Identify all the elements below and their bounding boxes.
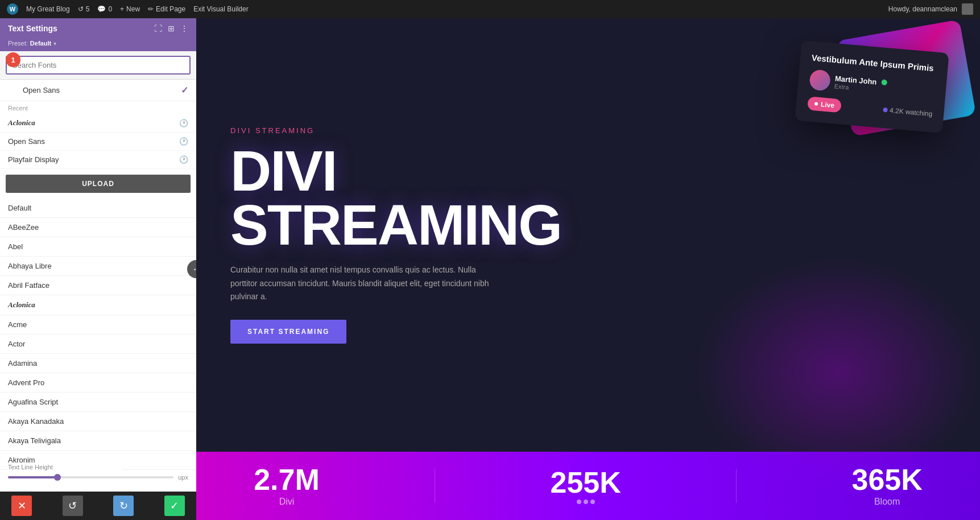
search-fonts-input[interactable] [6, 56, 191, 75]
hero-eyebrow: DIVI STREAMING [230, 126, 561, 135]
upload-font-button[interactable]: UPLOAD [6, 175, 191, 193]
stat-label-3: Bloom [851, 497, 922, 507]
stat-dots [550, 500, 621, 504]
card-title: Vestibulum Ante Ipsum Primis [811, 53, 937, 73]
font-item-default[interactable]: Default [0, 199, 196, 218]
font-name-aclonica: Aclonica [8, 118, 179, 127]
selected-font-row[interactable]: Open Sans ✓ [0, 80, 196, 101]
live-indicator-dot [814, 102, 818, 106]
exit-builder-link[interactable]: Exit Visual Builder [193, 5, 249, 13]
wordpress-logo[interactable]: W [7, 3, 18, 15]
live-label: Live [820, 100, 834, 109]
pencil-icon: ✏ [148, 5, 154, 13]
comments-link[interactable]: 💬 0 [97, 5, 112, 13]
hero-description: Curabitur non nulla sit amet nisl tempus… [230, 263, 503, 304]
online-dot [881, 79, 887, 85]
new-link[interactable]: + New [120, 5, 140, 13]
card-author-info: Martin John Extra [834, 74, 887, 94]
font-item-advent-pro[interactable]: Advent Pro [0, 373, 196, 393]
user-avatar[interactable] [962, 3, 973, 15]
selected-font-name: Open Sans [23, 86, 60, 94]
watching-dot [883, 108, 888, 113]
font-item-abhaya[interactable]: Abhaya Libre [0, 257, 196, 276]
watching-count: 4.2K watching [883, 106, 933, 118]
stat-label-1: Divi [254, 497, 320, 507]
card-author-avatar [809, 69, 831, 91]
recent-font-playfair[interactable]: Playfair Display 🕐 [0, 151, 196, 169]
stat-item-2: 255K [550, 468, 621, 504]
font-name-opensans: Open Sans [8, 137, 179, 146]
edit-page-link[interactable]: ✏ Edit Page [148, 5, 185, 13]
recent-font-opensans[interactable]: Open Sans 🕐 [0, 133, 196, 151]
save-button[interactable]: ✓ [164, 496, 185, 516]
redo-button[interactable]: ↻ [113, 496, 134, 516]
clock-icon-opensans: 🕐 [179, 137, 188, 146]
edit-page-label: Edit Page [156, 5, 185, 13]
howdy-text: Howdy, deannamclean [888, 5, 957, 13]
preset-dropdown-icon[interactable]: ▾ [53, 40, 56, 47]
preset-value[interactable]: Default [30, 40, 51, 47]
stat-separator-2 [736, 469, 737, 503]
font-item-abril[interactable]: Abril Fatface [0, 276, 196, 295]
recent-section-header: Recent [0, 101, 196, 114]
stat-number-2: 255K [550, 468, 621, 497]
panel-icon-group: ⛶ ⊞ ⋮ [154, 24, 188, 33]
undo-button[interactable]: ↺ [63, 496, 83, 516]
watching-label: 4.2K watching [890, 106, 933, 118]
revisions-link[interactable]: ↺ 5 [78, 5, 90, 13]
stat-item-3: 365K Bloom [851, 465, 922, 507]
stat-dot-3 [590, 500, 595, 504]
blog-name: My Great Blog [26, 5, 70, 13]
hero-content: DIVI STREAMING DIVI STREAMING Curabitur … [230, 126, 561, 344]
font-item-adamina[interactable]: Adamina [0, 354, 196, 373]
slider-thumb[interactable] [54, 474, 61, 481]
font-item-aguafina[interactable]: Aguafina Script [0, 393, 196, 412]
columns-icon[interactable]: ⊞ [168, 24, 175, 33]
font-item-abel[interactable]: Abel [0, 237, 196, 257]
recent-font-aclonica[interactable]: Aclonica 🕐 [0, 114, 196, 133]
floating-card: Vestibulum Ante Ipsum Primis Martin John… [795, 40, 949, 133]
stat-item-1: 2.7M Divi [254, 465, 320, 507]
font-list-container[interactable]: Open Sans ✓ Recent Aclonica 🕐 Open Sans … [0, 80, 196, 520]
live-badge: Live [807, 96, 842, 113]
text-settings-panel: Text Settings ⛶ ⊞ ⋮ Preset: Default ▾ 1 … [0, 18, 196, 520]
comments-icon: 💬 [97, 5, 106, 13]
card-live-row: Live 4.2K watching [807, 96, 933, 121]
font-item-acme[interactable]: Acme [0, 315, 196, 335]
line-height-slider-area: upx [8, 472, 188, 483]
plus-icon: + [120, 5, 124, 13]
blog-name-link[interactable]: My Great Blog [26, 5, 70, 13]
hero-title-line1: DIVI [230, 144, 561, 198]
font-item-akaya-kanadaka[interactable]: Akaya Kanadaka [0, 412, 196, 431]
font-name-playfair: Playfair Display [8, 155, 179, 164]
font-item-abeezee[interactable]: ABeeZee [0, 218, 196, 237]
font-item-akaya-telivigala[interactable]: Akaya Telivigala [0, 431, 196, 451]
font-item-actor[interactable]: Actor [0, 335, 196, 354]
step-badge: 1 [6, 52, 20, 67]
stat-number-1: 2.7M [254, 465, 320, 494]
panel-header: Text Settings ⛶ ⊞ ⋮ [0, 18, 196, 39]
stat-number-3: 365K [851, 465, 922, 494]
more-options-icon[interactable]: ⋮ [180, 24, 188, 33]
card-author-row: Martin John Extra [809, 69, 935, 100]
slider-value: upx [178, 474, 188, 481]
stat-dot-2 [584, 500, 588, 504]
website-preview-area: DIVI STREAMING DIVI STREAMING Curabitur … [196, 18, 980, 520]
preset-row: Preset: Default ▾ [0, 39, 196, 51]
check-icon: ✓ [181, 85, 188, 96]
revisions-icon: ↺ [78, 5, 84, 13]
font-item-aclonica2[interactable]: Aclonica [0, 295, 196, 315]
close-button[interactable]: ✕ [11, 496, 32, 516]
line-height-slider-track[interactable] [8, 476, 173, 478]
stats-section: 2.7M Divi 255K 365K Bloom [196, 452, 980, 520]
recent-label: Recent [8, 105, 28, 112]
text-line-height-label: Text Line Height [8, 463, 122, 472]
top-nav-right: Howdy, deannamclean [888, 3, 973, 15]
hero-title: DIVI STREAMING [230, 144, 561, 252]
stat-dot-1 [577, 500, 581, 504]
bottom-toolbar: ✕ ↺ ↻ ✓ [0, 492, 196, 520]
fullscreen-icon[interactable]: ⛶ [154, 24, 162, 33]
new-label: New [126, 5, 140, 13]
main-layout: Text Settings ⛶ ⊞ ⋮ Preset: Default ▾ 1 … [0, 18, 980, 520]
hero-cta-button[interactable]: START STREAMING [230, 320, 346, 344]
